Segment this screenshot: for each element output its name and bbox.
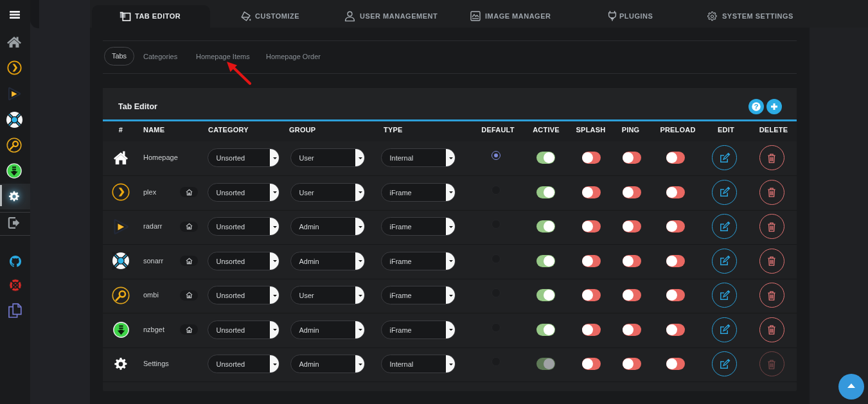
svg-text:?: ? [754, 103, 758, 110]
